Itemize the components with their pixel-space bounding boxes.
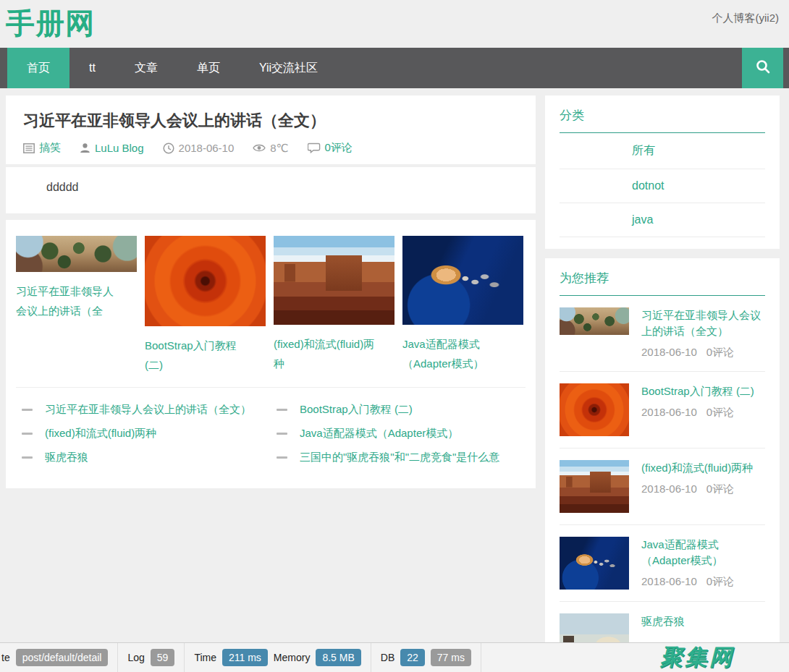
recommend-item-body: BootStrap入门教程 (二) 2018-06-10 0评论 bbox=[641, 383, 765, 436]
nav-item-page[interactable]: 单页 bbox=[177, 48, 240, 88]
recommend-item-meta: 2018-06-10 0评论 bbox=[641, 346, 765, 360]
article-comments-link[interactable]: 0评论 bbox=[325, 141, 353, 155]
eye-icon bbox=[253, 143, 266, 153]
debug-memory-badge[interactable]: 8.5 MB bbox=[316, 649, 360, 666]
debug-db-time-badge[interactable]: 77 ms bbox=[431, 649, 471, 666]
related-link-row: (fixed)和流式(fluid)两种 bbox=[16, 422, 271, 446]
red-flower-thumbnail[interactable] bbox=[560, 383, 629, 436]
related-link[interactable]: 三国中的"驱虎吞狼"和"二虎竞食"是什么意 bbox=[300, 451, 499, 464]
article-author[interactable]: LuLu Blog bbox=[80, 142, 144, 154]
nav-item-tt[interactable]: tt bbox=[69, 48, 115, 88]
article-date: 2018-06-10 bbox=[163, 142, 235, 154]
site-header: 手册网 个人博客(yii2) bbox=[0, 0, 789, 48]
debug-db-section: DB 22 77 ms bbox=[371, 643, 481, 672]
recommend-widget: 为您推荐 习近平在亚非领导人会议上的讲话（全文） 2018-06-10 0评论 … bbox=[545, 258, 780, 672]
recommend-item-title[interactable]: 驱虎吞狼 bbox=[641, 613, 765, 629]
great-wall-thumbnail[interactable] bbox=[16, 236, 137, 272]
recommend-item: 习近平在亚非领导人会议上的讲话（全文） 2018-06-10 0评论 bbox=[560, 296, 765, 372]
related-link[interactable]: (fixed)和流式(fluid)两种 bbox=[45, 427, 156, 441]
related-grid-item: 习近平在亚非领导人会议上的讲话（全 bbox=[16, 236, 137, 320]
related-grid-title[interactable]: (fixed)和流式(fluid)两种 bbox=[274, 334, 381, 373]
category-item-all[interactable]: 所有 bbox=[560, 133, 765, 169]
debug-log-section: Log 59 bbox=[118, 643, 185, 672]
related-link-row: 习近平在亚非领导人会议上的讲话（全文） bbox=[16, 398, 271, 422]
recommend-item-comments: 0评论 bbox=[706, 482, 734, 496]
content-layout: 习近平在亚非领导人会议上的讲话（全文） 搞笑 LuLu Blog bbox=[0, 88, 789, 672]
recommend-item-body: (fixed)和流式(fluid)两种 2018-06-10 0评论 bbox=[641, 460, 765, 513]
debug-perf-section: Time 211 ms Memory 8.5 MB bbox=[185, 643, 371, 672]
recommend-item-date: 2018-06-10 bbox=[641, 482, 697, 496]
recommend-item-title[interactable]: BootStrap入门教程 (二) bbox=[641, 383, 765, 399]
recommend-item-comments: 0评论 bbox=[706, 406, 734, 420]
categories-list: 所有 dotnot java bbox=[560, 133, 765, 237]
related-link[interactable]: BootStrap入门教程 (二) bbox=[300, 403, 413, 417]
recommend-item-comments: 0评论 bbox=[706, 575, 734, 589]
related-link-row: 驱虎吞狼 bbox=[16, 446, 271, 469]
recommend-item-comments: 0评论 bbox=[706, 346, 734, 360]
related-link[interactable]: 习近平在亚非领导人会议上的讲话（全文） bbox=[45, 403, 251, 417]
debug-route-badge[interactable]: post/default/detail bbox=[16, 649, 109, 666]
recommend-item-meta: 2018-06-10 0评论 bbox=[641, 406, 765, 420]
debug-memory-label: Memory bbox=[274, 652, 311, 663]
recommend-item: (fixed)和流式(fluid)两种 2018-06-10 0评论 bbox=[560, 448, 765, 525]
jellyfish-thumbnail[interactable] bbox=[560, 537, 629, 590]
related-link[interactable]: Java适配器模式（Adapter模式） bbox=[300, 427, 458, 441]
debug-route-section: te post/default/detail bbox=[0, 643, 118, 672]
dash-icon bbox=[277, 433, 287, 435]
red-flower-thumbnail[interactable] bbox=[145, 236, 266, 326]
related-link-row: 三国中的"驱虎吞狼"和"二虎竞食"是什么意 bbox=[271, 446, 526, 469]
search-icon bbox=[755, 59, 771, 77]
recommend-item-title[interactable]: 习近平在亚非领导人会议上的讲话（全文） bbox=[641, 307, 765, 339]
category-list-icon bbox=[23, 143, 35, 153]
article-author-link[interactable]: LuLu Blog bbox=[95, 142, 144, 154]
related-link[interactable]: 驱虎吞狼 bbox=[45, 451, 88, 464]
debug-log-badge[interactable]: 59 bbox=[151, 649, 175, 666]
site-tagline: 个人博客(yii2) bbox=[712, 12, 780, 25]
related-link-list: 习近平在亚非领导人会议上的讲话（全文） BootStrap入门教程 (二) (f… bbox=[16, 388, 526, 469]
debug-time-badge[interactable]: 211 ms bbox=[222, 649, 268, 666]
search-button[interactable] bbox=[742, 48, 783, 88]
user-icon bbox=[80, 143, 90, 153]
recommend-item-body: 习近平在亚非领导人会议上的讲话（全文） 2018-06-10 0评论 bbox=[641, 307, 765, 360]
dash-icon bbox=[22, 409, 33, 411]
jellyfish-thumbnail[interactable] bbox=[402, 236, 523, 325]
nav-item-home[interactable]: 首页 bbox=[7, 48, 69, 88]
article-body: ddddd bbox=[6, 167, 536, 213]
dash-icon bbox=[22, 433, 33, 435]
related-grid-title[interactable]: BootStrap入门教程 (二) bbox=[145, 336, 252, 375]
debug-db-label: DB bbox=[381, 652, 394, 663]
comment-bubble-icon bbox=[308, 143, 321, 153]
article-meta: 搞笑 LuLu Blog 2018-06-10 bbox=[23, 141, 518, 155]
article-category[interactable]: 搞笑 bbox=[23, 141, 61, 155]
canyon-thumbnail[interactable] bbox=[274, 236, 394, 325]
recommend-item-date: 2018-06-10 bbox=[641, 575, 697, 589]
debug-time-label: Time bbox=[194, 652, 216, 663]
recommend-item-body: Java适配器模式（Adapter模式） 2018-06-10 0评论 bbox=[641, 537, 765, 590]
category-item-dotnot[interactable]: dotnot bbox=[560, 169, 765, 203]
related-grid-title[interactable]: Java适配器模式（Adapter模式） bbox=[402, 334, 510, 373]
related-grid-title[interactable]: 习近平在亚非领导人会议上的讲话（全 bbox=[16, 281, 123, 320]
debug-route-label: te bbox=[1, 652, 10, 663]
yii-debug-toolbar: te post/default/detail Log 59 Time 211 m… bbox=[0, 642, 789, 672]
recommend-item-title[interactable]: (fixed)和流式(fluid)两种 bbox=[641, 460, 765, 476]
article-title: 习近平在亚非领导人会议上的讲话（全文） bbox=[23, 110, 518, 132]
great-wall-thumbnail[interactable] bbox=[560, 307, 629, 335]
related-link-row: BootStrap入门教程 (二) bbox=[271, 398, 526, 422]
related-grid-item: Java适配器模式（Adapter模式） bbox=[402, 236, 523, 373]
related-grid-item: (fixed)和流式(fluid)两种 bbox=[274, 236, 394, 373]
article-category-link[interactable]: 搞笑 bbox=[39, 141, 61, 155]
recommend-item-title[interactable]: Java适配器模式（Adapter模式） bbox=[641, 537, 765, 569]
nav-item-articles[interactable]: 文章 bbox=[115, 48, 177, 88]
debug-log-label: Log bbox=[127, 652, 144, 663]
site-logo[interactable]: 手册网 bbox=[6, 4, 95, 42]
main-nav: 首页 tt 文章 单页 Yii交流社区 bbox=[0, 48, 789, 88]
debug-db-count-badge[interactable]: 22 bbox=[400, 649, 425, 666]
article-comments[interactable]: 0评论 bbox=[308, 141, 353, 155]
sidebar: 分类 所有 dotnot java 为您推荐 习近平在亚非领导人会议上的讲话（全… bbox=[545, 95, 780, 672]
nav-item-yii-community[interactable]: Yii交流社区 bbox=[240, 48, 337, 88]
canyon-thumbnail[interactable] bbox=[560, 460, 629, 513]
related-link-row: Java适配器模式（Adapter模式） bbox=[271, 422, 526, 446]
categories-widget: 分类 所有 dotnot java bbox=[545, 95, 780, 249]
recommend-item-meta: 2018-06-10 0评论 bbox=[641, 482, 765, 496]
category-item-java[interactable]: java bbox=[560, 203, 765, 237]
